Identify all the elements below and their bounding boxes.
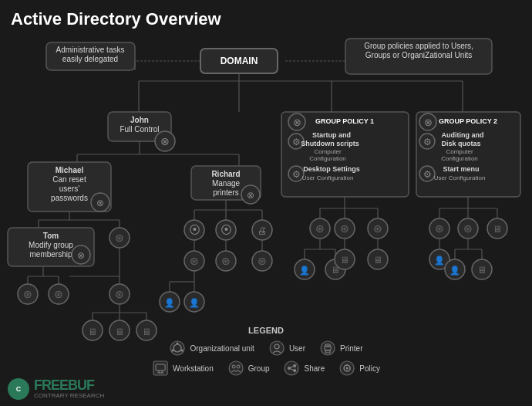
svg-text:⊛: ⊛: [315, 222, 325, 235]
svg-text:membership: membership: [29, 250, 72, 259]
svg-text:Administrative tasks: Administrative tasks: [56, 46, 125, 54]
svg-text:⚙: ⚙: [423, 169, 432, 180]
svg-point-199: [285, 361, 299, 375]
svg-text:🖥: 🖥: [88, 326, 97, 337]
legend-printer: Printer: [319, 340, 362, 357]
legend-workstation-label: Workstation: [173, 364, 214, 373]
svg-text:Computer: Computer: [314, 148, 341, 155]
svg-text:🖥: 🖥: [493, 224, 502, 235]
svg-text:Full Control: Full Control: [120, 125, 159, 134]
svg-text:⊗: ⊗: [160, 135, 170, 147]
legend-title: LEGEND: [248, 326, 284, 335]
svg-text:👤: 👤: [164, 297, 175, 308]
svg-text:Auditing and: Auditing and: [442, 131, 484, 139]
svg-text:Can reset: Can reset: [52, 175, 86, 184]
legend-policy-label: Policy: [359, 364, 380, 373]
workstation-icon: [152, 360, 169, 377]
svg-text:⚙: ⚙: [292, 137, 301, 147]
svg-text:Desktop Settings: Desktop Settings: [303, 165, 360, 173]
svg-text:⚙: ⚙: [292, 169, 301, 180]
svg-point-202: [294, 369, 297, 372]
svg-text:⊛: ⊛: [373, 222, 382, 235]
svg-text:⊗: ⊗: [96, 198, 104, 208]
svg-text:Modify group: Modify group: [29, 241, 73, 249]
svg-text:John: John: [130, 116, 149, 124]
printer-icon: [319, 340, 336, 357]
svg-text:⊛: ⊛: [258, 255, 267, 267]
svg-point-185: [270, 341, 284, 355]
svg-text:printers: printers: [213, 188, 238, 197]
svg-text:👤: 👤: [299, 265, 310, 276]
legend-group-label: Group: [248, 364, 270, 373]
svg-text:Group policies applied to User: Group policies applied to Users,: [364, 42, 473, 50]
svg-text:⊛: ⊛: [340, 222, 349, 235]
svg-text:🖥: 🖥: [340, 255, 349, 266]
legend-workstation: Workstation: [152, 360, 214, 377]
svg-text:⊛: ⊛: [221, 255, 231, 267]
user-icon: [268, 340, 285, 357]
svg-text:⊛: ⊛: [115, 232, 124, 244]
svg-text:⊛: ⊛: [190, 255, 199, 267]
svg-text:⊛: ⊛: [54, 288, 63, 300]
svg-text:easily delegated: easily delegated: [62, 55, 118, 63]
watermark: C FREEBUF CONTRARY RESEARCH: [8, 378, 104, 400]
legend-user: User: [268, 340, 305, 357]
org-unit-icon: [170, 340, 187, 357]
svg-text:⊛: ⊛: [463, 222, 473, 235]
svg-point-183: [181, 350, 184, 352]
legend-org-unit: Organizational unit: [170, 340, 254, 357]
svg-text:Richard: Richard: [211, 170, 240, 178]
svg-text:User Configuration: User Configuration: [434, 174, 486, 181]
watermark-brand: FREEBUF CONTRARY RESEARCH: [34, 378, 104, 400]
brand-name: FREEBUF: [34, 378, 104, 392]
legend-row-1: Organizational unit User Pr: [170, 340, 363, 357]
svg-point-200: [288, 367, 291, 370]
svg-text:Disk quotas: Disk quotas: [441, 140, 480, 147]
svg-text:⦿: ⦿: [221, 223, 232, 236]
svg-text:GROUP POLICY 2: GROUP POLICY 2: [439, 117, 497, 125]
svg-text:⊛: ⊛: [23, 288, 32, 300]
svg-text:Tom: Tom: [43, 232, 59, 240]
svg-text:⊗: ⊗: [293, 117, 301, 128]
legend-share: Share: [284, 360, 325, 377]
svg-text:Computer: Computer: [446, 148, 473, 155]
svg-text:⦿: ⦿: [189, 223, 200, 236]
svg-text:DOMAIN: DOMAIN: [221, 56, 258, 66]
svg-text:Shutdown scripts: Shutdown scripts: [301, 140, 359, 147]
svg-text:⚙: ⚙: [423, 137, 432, 147]
svg-text:🖥: 🖥: [373, 255, 382, 266]
svg-text:Start menu: Start menu: [443, 165, 479, 173]
svg-text:GROUP POLICY 1: GROUP POLICY 1: [315, 117, 374, 125]
legend-policy: Policy: [338, 360, 380, 377]
svg-text:User Configuration: User Configuration: [302, 174, 354, 181]
svg-point-182: [177, 343, 179, 345]
svg-text:🖥: 🖥: [142, 326, 151, 337]
group-icon: [227, 360, 244, 377]
svg-text:Configuration: Configuration: [441, 155, 478, 162]
legend-user-label: User: [289, 344, 305, 353]
svg-text:👤: 👤: [434, 255, 445, 266]
watermark-logo: C: [8, 378, 29, 400]
svg-text:🖥: 🖥: [477, 265, 487, 276]
legend-printer-label: Printer: [340, 344, 362, 353]
svg-text:Configuration: Configuration: [309, 155, 346, 162]
svg-point-207: [346, 367, 348, 370]
svg-text:⊗: ⊗: [247, 190, 254, 201]
svg-text:Manage: Manage: [212, 179, 241, 188]
svg-text:⊗: ⊗: [424, 117, 433, 128]
svg-text:Startup and: Startup and: [312, 131, 351, 139]
brand-sub: CONTRARY RESEARCH: [34, 392, 104, 400]
svg-point-201: [294, 364, 297, 367]
legend-share-label: Share: [305, 364, 325, 373]
svg-text:👤: 👤: [450, 265, 460, 276]
legend-group: Group: [227, 360, 270, 377]
legend: LEGEND Organizational unit: [152, 326, 380, 377]
svg-text:⊛: ⊛: [435, 222, 444, 235]
svg-text:users': users': [59, 184, 79, 193]
svg-text:⊛: ⊛: [115, 288, 124, 300]
legend-org-unit-label: Organizational unit: [190, 344, 254, 353]
svg-text:Groups or OrganiZational Units: Groups or OrganiZational Units: [365, 51, 472, 59]
svg-text:👤: 👤: [189, 297, 200, 308]
svg-text:🖨: 🖨: [258, 225, 267, 236]
svg-text:passwords: passwords: [51, 194, 88, 202]
